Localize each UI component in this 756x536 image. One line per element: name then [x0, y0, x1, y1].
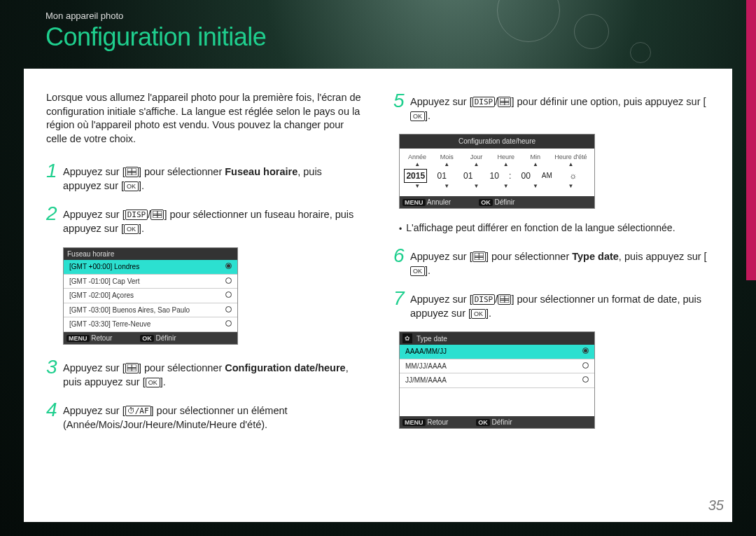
step-number: 1 — [46, 161, 63, 193]
hour-value[interactable]: 10 — [482, 170, 508, 181]
menu-label: Annuler — [427, 198, 451, 206]
min-value[interactable]: 00 — [513, 170, 540, 181]
ok-tag: OK — [140, 335, 154, 342]
step-text: ] pour sélectionner — [139, 166, 225, 177]
list-label: [GMT +00:00] Londres — [69, 262, 139, 272]
step-text: Appuyez sur [ — [63, 362, 125, 373]
step-number: 6 — [393, 246, 410, 277]
disp-icon: DISP — [125, 209, 148, 220]
list-label: AAAA/MM/JJ — [405, 347, 447, 357]
gear-icon: ✿ — [402, 334, 412, 343]
step-number: 3 — [46, 357, 63, 389]
radio-icon — [582, 376, 589, 383]
step-text: Appuyez sur [ — [63, 166, 125, 177]
step-number: 7 — [393, 289, 410, 320]
month-value[interactable]: 01 — [429, 170, 456, 181]
ok-tag: OK — [476, 419, 490, 426]
ok-icon: OK — [471, 309, 486, 319]
macro-icon: ⌸⌸ — [498, 294, 511, 305]
ok-label: Définir — [492, 418, 512, 426]
step-number: 2 — [46, 204, 63, 235]
screen-footer: MENU Annuler OK Définir — [400, 196, 594, 209]
ok-icon: OK — [124, 224, 139, 234]
step-text: ]. — [139, 180, 144, 191]
date-labels: AnnéeMoisJourHeureMinHeure d'été — [402, 153, 592, 161]
step-2: 2 Appuyez sur [DISP/⌸⌸] pour sélectionne… — [46, 204, 363, 235]
list-item[interactable]: [GMT -02:00] Açores — [64, 289, 237, 303]
step-text: ]. — [486, 308, 491, 319]
menu-tag: MENU — [66, 335, 90, 342]
radio-icon — [582, 348, 589, 354]
ok-label: Définir — [156, 334, 176, 342]
step-bold: Fuseau horaire — [225, 166, 298, 177]
screen-footer: MENU Retour OK Définir — [64, 332, 237, 345]
step-bold: Type date — [572, 251, 619, 262]
radio-icon — [582, 362, 589, 369]
radio-icon — [225, 277, 232, 284]
year-value[interactable]: 2015 — [404, 169, 427, 183]
page-title: Configuration initiale — [46, 22, 266, 52]
step-text: ]. — [160, 376, 166, 387]
list-item[interactable]: JJ/MM/AAAA — [400, 373, 594, 388]
datetime-screen: Configuration date/heure AnnéeMoisJourHe… — [399, 134, 595, 209]
list-item[interactable]: MM/JJ/AAAA — [400, 359, 594, 374]
typedate-screen: ✿ Type date AAAA/MM/JJ MM/JJ/AAAA JJ/MM/… — [399, 331, 595, 429]
page-number: 35 — [708, 496, 724, 515]
step-text: ]. — [139, 223, 144, 234]
disp-icon: DISP — [472, 97, 496, 107]
note: • L'affichage peut différer en fonction … — [399, 221, 710, 235]
ampm-value[interactable]: AM — [539, 171, 555, 181]
ok-icon: OK — [410, 266, 425, 276]
breadcrumb: Mon appareil photo — [46, 11, 123, 21]
timer-af-icon: ⏱/AF — [125, 406, 151, 416]
list-item[interactable]: [GMT +00:00] Londres — [64, 260, 237, 275]
date-values: 2015 01 01 10 : 00 AM ☼ — [402, 169, 592, 183]
step-number: 4 — [46, 400, 63, 432]
step-4: 4 Appuyez sur [⏱/AF] pour sélectionner u… — [46, 400, 363, 432]
macro-icon: ⌸⌸ — [498, 97, 511, 107]
step-text: ] pour sélectionner — [139, 362, 225, 373]
screen-title: Configuration date/heure — [400, 135, 594, 149]
macro-icon: ⌸⌸ — [125, 167, 139, 177]
day-value[interactable]: 01 — [455, 170, 482, 181]
macro-icon: ⌸⌸ — [150, 209, 164, 220]
step-text: ] pour sélectionner — [486, 251, 572, 262]
screen-title: Type date — [416, 334, 447, 344]
step-text: Appuyez sur [ — [63, 405, 125, 416]
disp-icon: DISP — [472, 294, 496, 305]
note-text: L'affichage peut différer en fonction de… — [406, 221, 675, 235]
dst-icon[interactable]: ☼ — [555, 170, 592, 181]
list-item[interactable]: [GMT -03:30] Terre-Neuve — [64, 317, 237, 332]
screen-footer: MENU Retour OK Définir — [400, 416, 594, 429]
list-label: [GMT -01:00] Cap Vert — [69, 277, 139, 287]
list-label: [GMT -03:30] Terre-Neuve — [69, 319, 150, 329]
menu-label: Retour — [91, 334, 112, 342]
list-item[interactable]: AAAA/MM/JJ — [400, 345, 594, 359]
list-item[interactable]: [GMT -03:00] Buenos Aires, Sao Paulo — [64, 303, 237, 318]
menu-tag: MENU — [402, 419, 426, 426]
step-text: ] pour définir une option, puis appuyez … — [511, 96, 706, 107]
intro-text: Lorsque vous allumez l'appareil photo po… — [46, 91, 363, 146]
step-5: 5 Appuyez sur [DISP/⌸⌸] pour définir une… — [393, 91, 710, 123]
step-bold: Configuration date/heure — [225, 362, 345, 373]
up-arrows: ▲▲▲▲▲▲ — [402, 161, 592, 169]
ok-tag: OK — [479, 199, 493, 206]
step-1: 1 Appuyez sur [⌸⌸] pour sélectionner Fus… — [46, 161, 363, 193]
step-text: Appuyez sur [ — [63, 209, 125, 220]
radio-icon — [225, 263, 232, 269]
right-column: 5 Appuyez sur [DISP/⌸⌸] pour définir une… — [378, 91, 710, 515]
list-label: MM/JJ/AAAA — [405, 362, 447, 371]
step-text: ]. — [425, 110, 430, 121]
step-7: 7 Appuyez sur [DISP/⌸⌸] pour sélectionne… — [393, 289, 710, 320]
radio-icon — [225, 306, 232, 312]
list-label: [GMT -03:00] Buenos Aires, Sao Paulo — [69, 305, 190, 315]
step-text: Appuyez sur [ — [410, 96, 472, 107]
step-text: Appuyez sur [ — [410, 294, 472, 305]
ok-icon: OK — [410, 111, 425, 121]
bullet-icon: • — [399, 221, 402, 235]
list-item[interactable]: [GMT -01:00] Cap Vert — [64, 275, 237, 289]
left-column: Lorsque vous allumez l'appareil photo po… — [46, 91, 378, 515]
ok-icon: OK — [124, 181, 139, 191]
ok-icon: OK — [146, 378, 160, 387]
timezone-screen: Fuseau horaire [GMT +00:00] Londres [GMT… — [63, 247, 238, 345]
